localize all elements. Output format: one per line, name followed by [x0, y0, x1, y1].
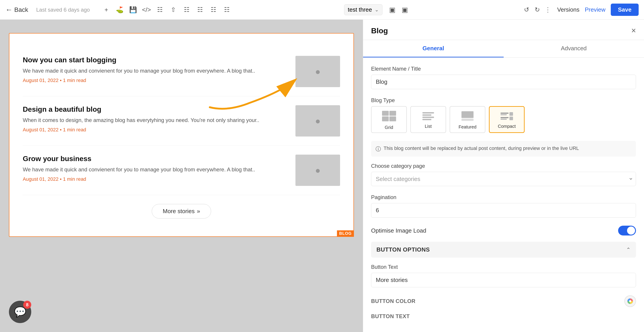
svg-point-1: [629, 300, 631, 302]
back-label: Back: [14, 6, 28, 14]
blog-post: Design a beautiful blog When it comes to…: [23, 96, 340, 146]
blog-post: Grow your business We have made it quick…: [23, 146, 340, 195]
element-name-label: Element Name / Title: [371, 66, 636, 72]
button-text-label: Button Text: [371, 264, 636, 270]
button-text-color-label: BUTTON TEXT: [371, 313, 410, 319]
button-color-row: BUTTON COLOR: [371, 295, 636, 307]
element-name-group: Element Name / Title: [371, 66, 636, 89]
info-icon: ⓘ: [376, 145, 381, 153]
category-group: Choose category page Select categories: [371, 163, 636, 186]
optimise-image-toggle[interactable]: [618, 226, 636, 236]
category-select[interactable]: Select categories: [371, 172, 636, 186]
blog-post-meta: August 01, 2022 • 1 min read: [23, 127, 285, 133]
undo-button[interactable]: ↺: [522, 6, 530, 14]
chat-widget[interactable]: 💬 8: [9, 301, 31, 323]
tab-general[interactable]: General: [363, 40, 504, 57]
blog-post-content: Grow your business We have made it quick…: [23, 154, 285, 182]
pagination-label: Pagination: [371, 194, 636, 200]
desktop-icon[interactable]: ▣: [388, 5, 397, 14]
toolbar-center: test three ⌄ ▣ ▣: [231, 4, 522, 15]
blog-post-image: ●: [296, 105, 340, 136]
back-button[interactable]: ← Back: [5, 6, 28, 14]
blog-post-image: ●: [296, 56, 340, 87]
more-stories-button[interactable]: More stories »: [152, 204, 211, 219]
blog-type-label: Blog Type: [371, 97, 636, 103]
blog-type-list-label: List: [425, 124, 432, 129]
image-placeholder-icon: ●: [315, 165, 320, 175]
preview-button[interactable]: Preview: [585, 6, 606, 13]
pagination-input[interactable]: [371, 203, 636, 218]
versions-button[interactable]: Versions: [557, 6, 580, 13]
blog-tag: BLOG: [337, 230, 354, 237]
blog-type-compact[interactable]: Compact: [489, 106, 524, 133]
element-name-input[interactable]: [371, 75, 636, 89]
blog-type-featured[interactable]: Featured: [450, 106, 485, 133]
upload-icon[interactable]: ⇧: [169, 6, 177, 14]
history-button[interactable]: ⋮: [544, 6, 552, 14]
panel-close-button[interactable]: ×: [631, 26, 636, 35]
toolbar-left: ← Back Last saved 6 days ago + ⛳ 💾 </> ☷…: [5, 6, 231, 14]
blog-post-content: Design a beautiful blog When it comes to…: [23, 105, 285, 133]
chat-icon: 💬: [14, 306, 26, 318]
code-icon[interactable]: </>: [142, 6, 150, 14]
button-options-section[interactable]: Button Options ⌃: [371, 242, 636, 258]
export-icon[interactable]: ☷: [223, 6, 231, 14]
panel-header: Blog ×: [363, 20, 644, 40]
tablet-icon[interactable]: ▣: [400, 5, 409, 14]
media-icon[interactable]: ☷: [209, 6, 217, 14]
button-options-title: Button Options: [376, 246, 430, 253]
blog-post-title: Grow your business: [23, 154, 285, 163]
panel-tabs: General Advanced: [363, 40, 644, 58]
saved-text: Last saved 6 days ago: [36, 7, 90, 13]
top-toolbar: ← Back Last saved 6 days ago + ⛳ 💾 </> ☷…: [0, 0, 644, 20]
template-icon[interactable]: ☷: [156, 6, 164, 14]
save-icon[interactable]: 💾: [129, 6, 137, 14]
blog-type-group: Blog Type Grid: [371, 97, 636, 133]
save-button[interactable]: Save: [611, 4, 639, 16]
button-text-color-row: BUTTON TEXT: [371, 313, 636, 319]
blog-type-grid-label: Grid: [385, 125, 393, 130]
pagination-group: Pagination: [371, 194, 636, 218]
blog-type-compact-label: Compact: [498, 124, 516, 129]
button-text-group: Button Text: [371, 264, 636, 287]
device-icons: ▣ ▣: [388, 5, 409, 14]
grid-icon[interactable]: ☷: [196, 6, 204, 14]
optimise-image-label: Optimise Image Load: [371, 227, 426, 234]
chat-badge: 8: [23, 301, 31, 309]
page-name: test three: [348, 6, 372, 13]
button-options-chevron: ⌃: [626, 247, 630, 253]
right-panel: Blog × General Advanced Element Name / T…: [363, 20, 644, 332]
button-text-input[interactable]: [371, 273, 636, 287]
more-stories-label: More stories: [163, 208, 194, 215]
category-label: Choose category page: [371, 163, 636, 169]
blog-post: Now you can start blogging We have made …: [23, 47, 340, 96]
image-placeholder-icon: ●: [315, 116, 320, 126]
image-placeholder-icon: ●: [315, 67, 320, 77]
blog-post-title: Now you can start blogging: [23, 56, 285, 64]
tab-advanced[interactable]: Advanced: [504, 40, 644, 57]
panel-content: Element Name / Title Blog Type Grid: [363, 58, 644, 332]
info-box: ⓘ This blog content will be replaced by …: [371, 141, 636, 157]
button-color-picker[interactable]: [624, 295, 636, 307]
blog-element[interactable]: Now you can start blogging We have made …: [9, 33, 354, 237]
blog-post-description: We have made it quick and convienent for…: [23, 165, 285, 174]
page-selector[interactable]: test three ⌄: [344, 4, 382, 15]
redo-button[interactable]: ↻: [533, 6, 541, 14]
more-stories-arrow-icon: »: [197, 208, 200, 215]
toolbar-right: ↺ ↻ ⋮ Versions Preview Save: [522, 4, 639, 16]
page-selector-chevron: ⌄: [375, 7, 379, 13]
blog-type-options: Grid List: [371, 106, 636, 133]
blog-type-grid[interactable]: Grid: [371, 106, 407, 133]
more-stories-container: More stories »: [23, 195, 340, 223]
optimise-image-row: Optimise Image Load: [371, 226, 636, 236]
toggle-knob: [627, 227, 635, 235]
components-icon[interactable]: ☷: [182, 6, 190, 14]
add-icon[interactable]: +: [102, 6, 110, 14]
panel-title: Blog: [371, 26, 388, 35]
blog-post-description: When it comes to design, the amazing blo…: [23, 116, 285, 124]
blog-type-row: Grid List: [371, 106, 636, 133]
layers-icon[interactable]: ⛳: [116, 6, 124, 14]
blog-type-list[interactable]: List: [410, 106, 446, 133]
blog-post-description: We have made it quick and convienent for…: [23, 67, 285, 75]
back-arrow-icon: ←: [5, 6, 12, 14]
